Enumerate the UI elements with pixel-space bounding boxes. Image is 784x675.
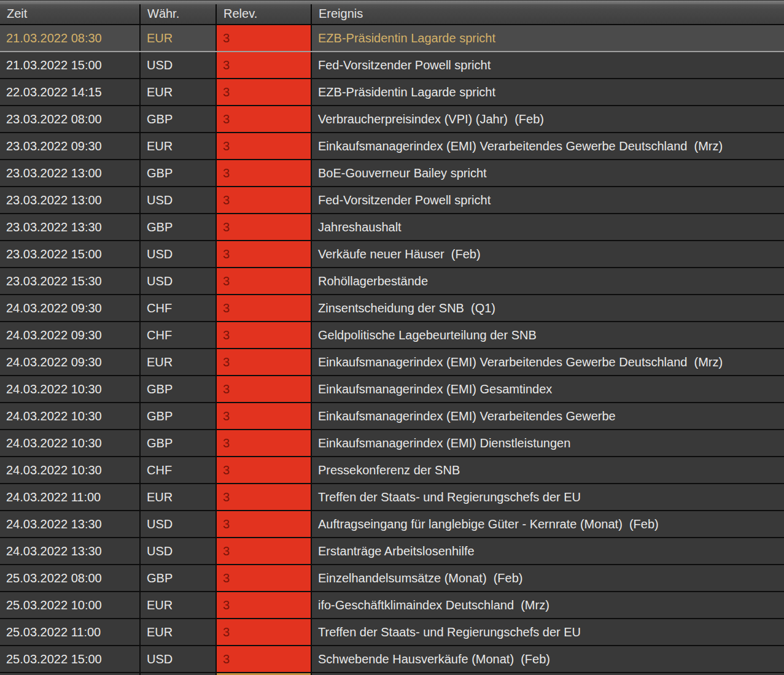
event-cell: Auftragseingang für langlebige Güter - K…	[311, 511, 784, 537]
currency-cell: CHF	[139, 322, 215, 348]
time-cell: 23.03.2022 13:30	[0, 214, 139, 240]
currency-cell: CHF	[139, 457, 215, 483]
time-cell: 24.03.2022 11:00	[0, 484, 139, 510]
time-cell: 24.03.2022 10:30	[0, 430, 139, 456]
table-row[interactable]: 25.03.2022 15:00 USD 3 Schwebende Hausve…	[0, 646, 784, 673]
time-cell: 22.03.2022 14:15	[0, 79, 139, 105]
event-cell: Geldpolitische Lagebeurteilung der SNB	[311, 322, 784, 348]
table-row[interactable]: 21.03.2022 08:30 EUR 3 EZB-Präsidentin L…	[0, 25, 784, 52]
event-cell: Jahreshaushalt	[311, 214, 784, 240]
relevance-cell: 3	[215, 268, 311, 294]
relevance-cell: 3	[215, 106, 311, 132]
event-cell: Einkaufsmanagerindex (EMI) Dienstleistun…	[311, 430, 784, 456]
currency-cell: GBP	[139, 376, 215, 402]
relevance-cell: 3	[215, 160, 311, 186]
currency-cell: USD	[139, 52, 215, 78]
event-cell: Einkaufsmanagerindex (EMI) Verarbeitende…	[311, 133, 784, 159]
relevance-cell: 3	[215, 214, 311, 240]
currency-cell: USD	[139, 241, 215, 267]
relevance-cell: 3	[215, 241, 311, 267]
currency-cell: GBP	[139, 565, 215, 591]
table-row[interactable]: 24.03.2022 13:30 USD 3 Erstanträge Arbei…	[0, 538, 784, 565]
table-row[interactable]: 23.03.2022 13:30 GBP 3 Jahreshaushalt	[0, 214, 784, 241]
time-cell: 24.03.2022 10:30	[0, 457, 139, 483]
relevance-cell: 3	[215, 403, 311, 429]
currency-cell: EUR	[139, 592, 215, 618]
table-row[interactable]: 24.03.2022 10:30 GBP 3 Einkaufsmanagerin…	[0, 376, 784, 403]
table-row[interactable]: 21.03.2022 15:00 USD 3 Fed-Vorsitzender …	[0, 52, 784, 79]
table-row[interactable]: 23.03.2022 15:30 USD 3 Rohöllagerbeständ…	[0, 268, 784, 295]
table-row[interactable]: 23.03.2022 13:00 USD 3 Fed-Vorsitzender …	[0, 187, 784, 214]
relevance-cell: 3	[215, 511, 311, 537]
relevance-cell: 3	[215, 187, 311, 213]
relevance-cell: 3	[215, 295, 311, 321]
table-row[interactable]: 25.03.2022 11:00 EUR 3 Treffen der Staat…	[0, 619, 784, 646]
currency-cell: EUR	[139, 25, 215, 51]
relevance-cell: 3	[215, 565, 311, 591]
event-cell: Einkaufsmanagerindex (EMI) Verarbeitende…	[311, 403, 784, 429]
time-cell: 24.03.2022 13:30	[0, 511, 139, 537]
header-gloss	[0, 0, 784, 4]
currency-cell: EUR	[139, 484, 215, 510]
table-row[interactable]: 25.03.2022 08:00 GBP 3 Einzelhandelsumsä…	[0, 565, 784, 592]
currency-cell: USD	[139, 268, 215, 294]
table-row[interactable]: 23.03.2022 15:00 USD 3 Verkäufe neuer Hä…	[0, 241, 784, 268]
time-cell: 24.03.2022 10:30	[0, 376, 139, 402]
relevance-cell: 3	[215, 646, 311, 672]
time-cell: 23.03.2022 13:00	[0, 160, 139, 186]
relevance-cell: 3	[215, 79, 311, 105]
currency-cell: USD	[139, 646, 215, 672]
currency-cell: EUR	[139, 349, 215, 375]
event-cell: Treffen der Staats- und Regierungschefs …	[311, 619, 784, 645]
column-header-zeit-label: Zeit	[7, 7, 27, 21]
economic-calendar-table: Zeit Währ. Relev. Ereignis 21.03.2022 08…	[0, 0, 784, 675]
currency-cell: USD	[139, 538, 215, 564]
time-cell: 21.03.2022 08:30	[0, 25, 139, 51]
event-cell: Einkaufsmanagerindex (EMI) Verarbeitende…	[311, 349, 784, 375]
time-cell: 25.03.2022 10:00	[0, 592, 139, 618]
relevance-cell: 3	[215, 619, 311, 645]
time-cell: 24.03.2022 13:30	[0, 538, 139, 564]
relevance-cell: 3	[215, 538, 311, 564]
table-row[interactable]: 25.03.2022 10:00 EUR 3 ifo-Geschäftklima…	[0, 592, 784, 619]
table-row[interactable]: 24.03.2022 09:30 CHF 3 Zinsentscheidung …	[0, 295, 784, 322]
time-cell: 23.03.2022 09:30	[0, 133, 139, 159]
table-row[interactable]: 23.03.2022 08:00 GBP 3 Verbraucherpreisi…	[0, 106, 784, 133]
table-row[interactable]: 22.03.2022 14:15 EUR 3 EZB-Präsidentin L…	[0, 79, 784, 106]
table-row[interactable]: 24.03.2022 13:30 USD 3 Auftragseingang f…	[0, 511, 784, 538]
event-cell: ifo-Geschäftklimaindex Deutschland (Mrz)	[311, 592, 784, 618]
table-row[interactable]: 23.03.2022 13:00 GBP 3 BoE-Gouverneur Ba…	[0, 160, 784, 187]
table-row[interactable]: 24.03.2022 10:30 CHF 3 Pressekonferenz d…	[0, 457, 784, 484]
time-cell: 23.03.2022 15:30	[0, 268, 139, 294]
event-cell: Zinsentscheidung der SNB (Q1)	[311, 295, 784, 321]
table-row[interactable]: 23.03.2022 09:30 EUR 3 Einkaufsmanagerin…	[0, 133, 784, 160]
event-cell: Verkäufe neuer Häuser (Feb)	[311, 241, 784, 267]
currency-cell: EUR	[139, 133, 215, 159]
time-cell: 24.03.2022 09:30	[0, 322, 139, 348]
relevance-cell: 3	[215, 457, 311, 483]
table-row[interactable]: 24.03.2022 09:30 CHF 3 Geldpolitische La…	[0, 322, 784, 349]
table-row[interactable]: 24.03.2022 10:30 GBP 3 Einkaufsmanagerin…	[0, 430, 784, 457]
time-cell: 23.03.2022 08:00	[0, 106, 139, 132]
table-row[interactable]: 24.03.2022 09:30 EUR 3 Einkaufsmanagerin…	[0, 349, 784, 376]
column-header-relev-label: Relev.	[223, 7, 257, 21]
relevance-cell: 3	[215, 322, 311, 348]
currency-cell: EUR	[139, 619, 215, 645]
relevance-cell: 3	[215, 25, 311, 51]
time-cell: 24.03.2022 10:30	[0, 403, 139, 429]
table-body: 21.03.2022 08:30 EUR 3 EZB-Präsidentin L…	[0, 25, 784, 673]
currency-cell: GBP	[139, 106, 215, 132]
time-cell: 24.03.2022 09:30	[0, 295, 139, 321]
relevance-cell: 3	[215, 52, 311, 78]
event-cell: Schwebende Hausverkäufe (Monat) (Feb)	[311, 646, 784, 672]
event-cell: Einkaufsmanagerindex (EMI) Gesamtindex	[311, 376, 784, 402]
event-cell: Einzelhandelsumsätze (Monat) (Feb)	[311, 565, 784, 591]
relevance-cell: 3	[215, 376, 311, 402]
event-cell: Rohöllagerbestände	[311, 268, 784, 294]
table-row[interactable]: 24.03.2022 11:00 EUR 3 Treffen der Staat…	[0, 484, 784, 511]
table-row[interactable]: 24.03.2022 10:30 GBP 3 Einkaufsmanagerin…	[0, 403, 784, 430]
relevance-cell: 3	[215, 349, 311, 375]
event-cell: EZB-Präsidentin Lagarde spricht	[311, 79, 784, 105]
column-header-ereignis-label: Ereignis	[319, 7, 363, 21]
time-cell: 24.03.2022 09:30	[0, 349, 139, 375]
